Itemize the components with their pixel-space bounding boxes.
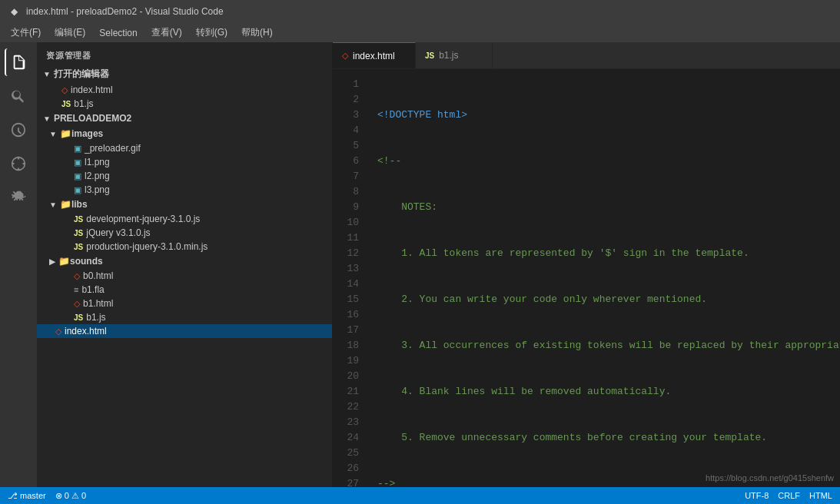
sidebar-content: ▼ 打开的编辑器 ◇ index.html JS b1.js ▼ [37,65,332,487]
file-jquery-v310[interactable]: JS jQuery v3.1.0.js [37,226,332,240]
file-prod-jquery[interactable]: JS production-jquery-3.1.0.min.js [37,240,332,254]
ln-10: 10 [339,215,359,230]
git-activity-icon[interactable] [5,116,32,144]
image-icon-l3: ▣ [74,185,81,195]
debug-activity-icon[interactable] [5,150,32,177]
ln-18: 18 [339,338,359,353]
html-icon-b0: ◇ [74,271,80,281]
extensions-activity-icon[interactable] [5,184,32,211]
b1-js-sounds-label: b1.js [86,312,105,323]
js-file-icon: JS [61,100,71,108]
tab-js-icon: JS [425,51,434,60]
ln-8: 8 [339,184,359,200]
sounds-folder-label: sounds [70,256,103,267]
images-folder-header[interactable]: ▼ 📁 images [37,126,332,141]
file-b1-fla[interactable]: ≡ b1.fla [37,283,332,297]
b1-html-label: b1.html [83,298,113,309]
tab-index-html-label: index.html [353,51,395,61]
files-activity-icon[interactable] [5,48,32,76]
file-b1-js-sounds[interactable]: JS b1.js [37,310,332,324]
code-line-2: <!-- [377,154,840,169]
ln-9: 9 [339,200,359,215]
file-b0-html[interactable]: ◇ b0.html [37,269,332,283]
open-editor-b1-js[interactable]: JS b1.js [37,97,332,111]
code-editor[interactable]: 1 2 3 4 5 6 7 8 9 10 11 12 13 14 15 16 1… [333,69,840,487]
images-folder-label: images [71,128,103,139]
main-layout: 资源管理器 ▼ 打开的编辑器 ◇ index.html JS b1.js [0,42,840,487]
file-l1-png[interactable]: ▣ l1.png [37,155,332,169]
open-editor-index-html[interactable]: ◇ index.html [37,83,332,97]
file-l2-png[interactable]: ▣ l2.png [37,169,332,183]
ln-14: 14 [339,277,359,292]
js-icon-prodjquery: JS [74,243,83,251]
activity-bar [0,42,37,487]
ln-24: 24 [339,430,359,446]
ln-4: 4 [339,123,359,138]
l1-png-label: l1.png [85,157,110,167]
open-editors-section: ▼ 打开的编辑器 ◇ index.html JS b1.js [37,65,332,111]
ln-26: 26 [339,461,359,476]
sidebar: 资源管理器 ▼ 打开的编辑器 ◇ index.html JS b1.js [37,42,333,487]
sounds-folder-icon: 📁 [58,256,70,267]
menu-item-e[interactable]: 编辑(E) [48,25,91,41]
ln-15: 15 [339,292,359,307]
open-editor-index-html-label: index.html [71,85,113,95]
code-line-7: 4. Blank lines will be removed automatic… [377,384,840,400]
project-section: ▼ PRELOADDEMO2 ▼ 📁 images ▣ _preloader.g… [37,111,332,338]
project-header[interactable]: ▼ PRELOADDEMO2 [37,111,332,126]
line-numbers: 1 2 3 4 5 6 7 8 9 10 11 12 13 14 15 16 1… [333,69,365,487]
sounds-arrow: ▶ [49,257,55,266]
sidebar-title: 资源管理器 [37,42,332,65]
file-dev-jquery[interactable]: JS development-jquery-3.1.0.js [37,212,332,226]
ln-13: 13 [339,261,359,277]
file-preloader-gif[interactable]: ▣ _preloader.gif [37,141,332,155]
js-icon-jquery: JS [74,229,83,237]
menu-item-h[interactable]: 帮助(H) [235,25,279,41]
js-icon-devjquery: JS [74,215,83,224]
encoding: UTF-8 [745,491,769,500]
prod-jquery-label: production-jquery-3.1.0.min.js [86,241,208,252]
tab-bar: ◇ index.html × JS b1.js × [333,42,840,69]
image-icon-l1: ▣ [74,158,81,167]
editor-area: ◇ index.html × JS b1.js × 1 2 3 4 5 6 7 … [333,42,840,487]
ln-7: 7 [339,169,359,184]
fla-icon-b1: ≡ [74,285,78,294]
b0-html-label: b0.html [83,270,113,281]
menu-item-f[interactable]: 文件(F) [5,25,47,41]
menu-item-v[interactable]: 查看(V) [145,25,188,41]
html-icon-index: ◇ [55,327,61,337]
menu-item-g[interactable]: 转到(G) [190,25,234,41]
index-html-root-label: index.html [65,326,107,337]
window-title: index.html - preloadDemo2 - Visual Studi… [26,6,224,17]
libs-folder-header[interactable]: ▼ 📁 libs [37,197,332,212]
ln-17: 17 [339,323,359,338]
code-line-4: 1. All tokens are represented by '$' sig… [377,246,840,261]
ln-2: 2 [339,92,359,108]
code-line-3: NOTES: [377,200,840,215]
file-l3-png[interactable]: ▣ l3.png [37,183,332,197]
dev-jquery-label: development-jquery-3.1.0.js [86,214,200,224]
libs-folder-icon: 📁 [60,199,71,210]
open-editor-b1-js-label: b1.js [74,98,93,109]
project-label: PRELOADDEMO2 [54,113,131,124]
open-editors-header[interactable]: ▼ 打开的编辑器 [37,65,332,83]
libs-arrow: ▼ [49,201,57,209]
open-editors-arrow: ▼ [43,70,51,78]
ln-19: 19 [339,353,359,369]
tab-index-html[interactable]: ◇ index.html × [333,42,416,68]
code-content[interactable]: <!DOCTYPE html> <!-- NOTES: 1. All token… [365,69,840,487]
libs-folder-label: libs [71,199,88,210]
search-activity-icon[interactable] [5,82,32,110]
ln-27: 27 [339,476,359,487]
menu-item-selection[interactable]: Selection [93,26,143,40]
file-b1-html[interactable]: ◇ b1.html [37,297,332,310]
tab-b1-js[interactable]: JS b1.js × [416,42,493,68]
menu-bar: 文件(F)编辑(E)Selection查看(V)转到(G)帮助(H) [0,23,840,42]
errors-count: ⊗ 0 ⚠ 0 [55,491,86,501]
sounds-folder-header[interactable]: ▶ 📁 sounds [37,254,332,269]
file-index-html-root[interactable]: ◇ index.html [37,324,332,338]
html-file-icon: ◇ [61,85,68,95]
ln-22: 22 [339,400,359,415]
images-folder-icon: 📁 [60,128,71,139]
l2-png-label: l2.png [85,171,110,181]
